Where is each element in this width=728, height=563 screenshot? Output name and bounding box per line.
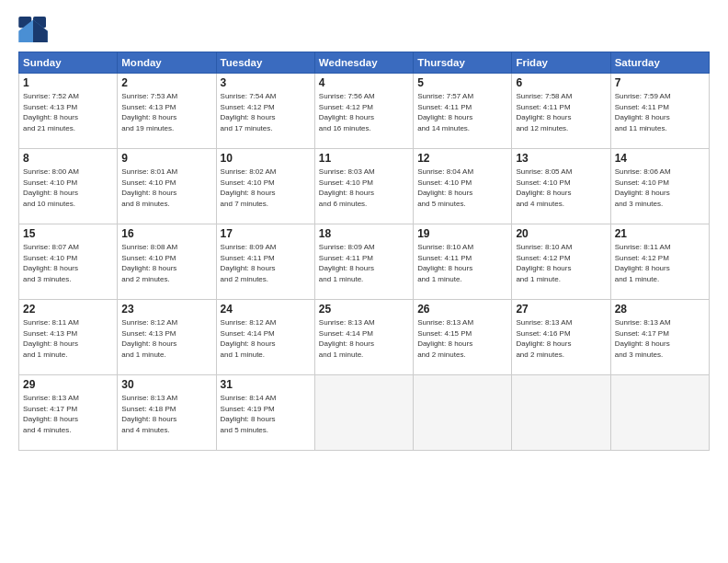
- day-info: Sunrise: 8:10 AM Sunset: 4:12 PM Dayligh…: [516, 242, 606, 284]
- day-info: Sunrise: 8:08 AM Sunset: 4:10 PM Dayligh…: [121, 242, 211, 284]
- day-header: Wednesday: [314, 52, 413, 74]
- day-info: Sunrise: 8:02 AM Sunset: 4:10 PM Dayligh…: [221, 167, 311, 209]
- page: SundayMondayTuesdayWednesdayThursdayFrid…: [0, 0, 728, 563]
- calendar-week-row: 8Sunrise: 8:00 AM Sunset: 4:10 PM Daylig…: [19, 149, 710, 224]
- calendar-cell: 16Sunrise: 8:08 AM Sunset: 4:10 PM Dayli…: [118, 224, 216, 300]
- day-info: Sunrise: 8:11 AM Sunset: 4:13 PM Dayligh…: [23, 317, 113, 360]
- day-number: 1: [23, 76, 113, 89]
- day-info: Sunrise: 8:07 AM Sunset: 4:10 PM Dayligh…: [23, 242, 113, 284]
- calendar-week-row: 1Sunrise: 7:52 AM Sunset: 4:13 PM Daylig…: [19, 74, 710, 149]
- day-number: 20: [516, 227, 606, 240]
- day-info: Sunrise: 8:13 AM Sunset: 4:18 PM Dayligh…: [121, 393, 211, 435]
- day-number: 5: [417, 76, 507, 89]
- calendar-cell: 8Sunrise: 8:00 AM Sunset: 4:10 PM Daylig…: [19, 149, 118, 224]
- calendar-week-row: 22Sunrise: 8:11 AM Sunset: 4:13 PM Dayli…: [19, 300, 710, 375]
- calendar-cell: 26Sunrise: 8:13 AM Sunset: 4:15 PM Dayli…: [414, 300, 512, 375]
- calendar-cell: [610, 375, 709, 451]
- day-header: Sunday: [19, 52, 118, 74]
- day-info: Sunrise: 8:04 AM Sunset: 4:10 PM Dayligh…: [417, 167, 507, 209]
- calendar-cell: 15Sunrise: 8:07 AM Sunset: 4:10 PM Dayli…: [19, 224, 118, 300]
- calendar-cell: 1Sunrise: 7:52 AM Sunset: 4:13 PM Daylig…: [19, 74, 118, 149]
- calendar-cell: 6Sunrise: 7:58 AM Sunset: 4:11 PM Daylig…: [512, 74, 610, 149]
- day-number: 7: [615, 76, 705, 89]
- day-number: 26: [417, 303, 507, 316]
- day-number: 17: [221, 227, 311, 240]
- calendar-cell: 25Sunrise: 8:13 AM Sunset: 4:14 PM Dayli…: [314, 300, 413, 375]
- day-info: Sunrise: 8:01 AM Sunset: 4:10 PM Dayligh…: [121, 167, 211, 209]
- day-info: Sunrise: 8:00 AM Sunset: 4:10 PM Dayligh…: [23, 167, 113, 209]
- calendar-cell: 19Sunrise: 8:10 AM Sunset: 4:11 PM Dayli…: [414, 224, 512, 300]
- day-info: Sunrise: 7:58 AM Sunset: 4:11 PM Dayligh…: [516, 91, 606, 133]
- calendar-cell: 24Sunrise: 8:12 AM Sunset: 4:14 PM Dayli…: [216, 300, 314, 375]
- calendar-cell: [414, 375, 512, 451]
- day-info: Sunrise: 8:09 AM Sunset: 4:11 PM Dayligh…: [319, 242, 409, 284]
- day-header: Friday: [512, 52, 610, 74]
- day-info: Sunrise: 8:03 AM Sunset: 4:10 PM Dayligh…: [319, 167, 409, 209]
- logo-icon: [18, 17, 48, 42]
- calendar-cell: 17Sunrise: 8:09 AM Sunset: 4:11 PM Dayli…: [216, 224, 314, 300]
- calendar-cell: 23Sunrise: 8:12 AM Sunset: 4:13 PM Dayli…: [118, 300, 216, 375]
- calendar-cell: 27Sunrise: 8:13 AM Sunset: 4:16 PM Dayli…: [512, 300, 610, 375]
- calendar-cell: 7Sunrise: 7:59 AM Sunset: 4:11 PM Daylig…: [610, 74, 709, 149]
- day-info: Sunrise: 7:57 AM Sunset: 4:11 PM Dayligh…: [417, 91, 507, 133]
- day-number: 28: [615, 303, 705, 316]
- day-number: 18: [319, 227, 409, 240]
- calendar-cell: 30Sunrise: 8:13 AM Sunset: 4:18 PM Dayli…: [118, 375, 216, 451]
- day-info: Sunrise: 8:12 AM Sunset: 4:14 PM Dayligh…: [221, 317, 311, 360]
- calendar-header-row: SundayMondayTuesdayWednesdayThursdayFrid…: [19, 52, 710, 74]
- day-info: Sunrise: 8:09 AM Sunset: 4:11 PM Dayligh…: [221, 242, 311, 284]
- day-number: 23: [121, 303, 211, 316]
- calendar: SundayMondayTuesdayWednesdayThursdayFrid…: [18, 52, 710, 451]
- header: [18, 17, 710, 42]
- day-number: 16: [121, 227, 211, 240]
- day-number: 3: [221, 76, 311, 89]
- day-info: Sunrise: 8:13 AM Sunset: 4:15 PM Dayligh…: [417, 317, 507, 360]
- day-number: 24: [221, 303, 311, 316]
- day-info: Sunrise: 8:14 AM Sunset: 4:19 PM Dayligh…: [221, 393, 311, 435]
- day-info: Sunrise: 8:10 AM Sunset: 4:11 PM Dayligh…: [417, 242, 507, 284]
- day-number: 25: [319, 303, 409, 316]
- calendar-cell: 10Sunrise: 8:02 AM Sunset: 4:10 PM Dayli…: [216, 149, 314, 224]
- day-header: Thursday: [414, 52, 512, 74]
- day-number: 29: [23, 378, 113, 391]
- day-number: 4: [319, 76, 409, 89]
- day-number: 22: [23, 303, 113, 316]
- day-header: Tuesday: [216, 52, 314, 74]
- day-number: 2: [121, 76, 211, 89]
- calendar-cell: 3Sunrise: 7:54 AM Sunset: 4:12 PM Daylig…: [216, 74, 314, 149]
- calendar-cell: 5Sunrise: 7:57 AM Sunset: 4:11 PM Daylig…: [414, 74, 512, 149]
- calendar-cell: 31Sunrise: 8:14 AM Sunset: 4:19 PM Dayli…: [216, 375, 314, 451]
- day-number: 14: [615, 152, 705, 165]
- calendar-cell: 21Sunrise: 8:11 AM Sunset: 4:12 PM Dayli…: [610, 224, 709, 300]
- day-number: 9: [121, 152, 211, 165]
- day-info: Sunrise: 7:54 AM Sunset: 4:12 PM Dayligh…: [221, 91, 311, 133]
- calendar-week-row: 29Sunrise: 8:13 AM Sunset: 4:17 PM Dayli…: [19, 375, 710, 451]
- day-info: Sunrise: 8:11 AM Sunset: 4:12 PM Dayligh…: [615, 242, 705, 284]
- day-number: 19: [417, 227, 507, 240]
- calendar-cell: 28Sunrise: 8:13 AM Sunset: 4:17 PM Dayli…: [610, 300, 709, 375]
- day-number: 27: [516, 303, 606, 316]
- day-number: 30: [121, 378, 211, 391]
- day-info: Sunrise: 8:13 AM Sunset: 4:17 PM Dayligh…: [23, 393, 113, 435]
- calendar-cell: 22Sunrise: 8:11 AM Sunset: 4:13 PM Dayli…: [19, 300, 118, 375]
- day-info: Sunrise: 7:53 AM Sunset: 4:13 PM Dayligh…: [121, 91, 211, 133]
- day-number: 6: [516, 76, 606, 89]
- calendar-cell: 29Sunrise: 8:13 AM Sunset: 4:17 PM Dayli…: [19, 375, 118, 451]
- day-info: Sunrise: 7:59 AM Sunset: 4:11 PM Dayligh…: [615, 91, 705, 133]
- calendar-cell: 20Sunrise: 8:10 AM Sunset: 4:12 PM Dayli…: [512, 224, 610, 300]
- calendar-cell: 11Sunrise: 8:03 AM Sunset: 4:10 PM Dayli…: [314, 149, 413, 224]
- day-number: 10: [221, 152, 311, 165]
- day-info: Sunrise: 8:12 AM Sunset: 4:13 PM Dayligh…: [121, 317, 211, 360]
- day-number: 8: [23, 152, 113, 165]
- day-info: Sunrise: 8:13 AM Sunset: 4:16 PM Dayligh…: [516, 317, 606, 360]
- calendar-cell: 4Sunrise: 7:56 AM Sunset: 4:12 PM Daylig…: [314, 74, 413, 149]
- day-header: Saturday: [610, 52, 709, 74]
- day-info: Sunrise: 8:13 AM Sunset: 4:14 PM Dayligh…: [319, 317, 409, 360]
- day-info: Sunrise: 7:52 AM Sunset: 4:13 PM Dayligh…: [23, 91, 113, 133]
- day-info: Sunrise: 8:06 AM Sunset: 4:10 PM Dayligh…: [615, 167, 705, 209]
- day-info: Sunrise: 8:13 AM Sunset: 4:17 PM Dayligh…: [615, 317, 705, 360]
- calendar-cell: 18Sunrise: 8:09 AM Sunset: 4:11 PM Dayli…: [314, 224, 413, 300]
- logo: [18, 17, 50, 42]
- day-header: Monday: [118, 52, 216, 74]
- day-number: 31: [221, 378, 311, 391]
